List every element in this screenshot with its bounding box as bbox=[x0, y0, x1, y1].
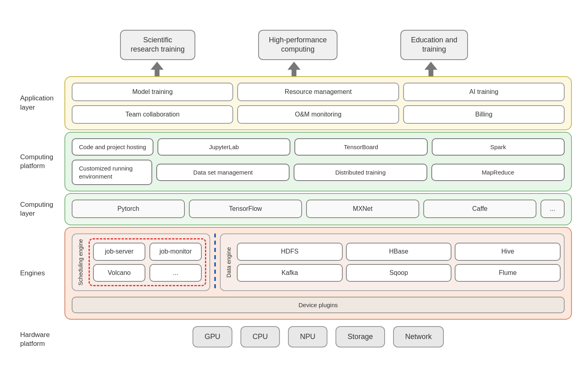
engines-layer-content: Scheduling engine job-server job-monitor… bbox=[64, 227, 572, 320]
hardware-layer: Hardwareplatform GPU CPU NPU Storage Net… bbox=[16, 321, 572, 358]
chip-volcano: Volcano bbox=[93, 264, 145, 282]
arrow-scientific bbox=[149, 62, 165, 76]
usecase-scientific: Scientific research training bbox=[120, 30, 195, 60]
chip-spark: Spark bbox=[432, 138, 565, 156]
hardware-layer-label: Hardwareplatform bbox=[16, 321, 64, 358]
arrows-row bbox=[16, 62, 572, 76]
engines-layer: Engines Scheduling engine job-server job… bbox=[16, 227, 572, 320]
chip-sqoop: Sqoop bbox=[346, 264, 452, 282]
chip-device-plugins: Device plugins bbox=[72, 297, 565, 313]
chip-om-monitoring: O&M monitoring bbox=[237, 105, 399, 124]
chip-jupyterlab: JupyterLab bbox=[157, 138, 290, 156]
chip-team-collaboration: Team collaboration bbox=[72, 105, 233, 124]
engines-inner: Scheduling engine job-server job-monitor… bbox=[72, 233, 565, 291]
chip-billing: Billing bbox=[403, 105, 565, 124]
chip-kafka: Kafka bbox=[237, 264, 343, 282]
data-engine-box: Data engine HDFS HBase Hive Kafka Sqoop … bbox=[220, 233, 565, 291]
chip-caffe: Caffe bbox=[423, 200, 536, 218]
chip-ai-training: AI training bbox=[403, 83, 565, 101]
scheduling-engine-box: Scheduling engine job-server job-monitor… bbox=[72, 233, 210, 291]
application-row1: Model training Resource management AI tr… bbox=[72, 83, 565, 101]
computing-layer-content: Pytorch TensorFlow MXNet Caffe ... bbox=[64, 193, 572, 225]
chip-model-training: Model training bbox=[72, 83, 233, 101]
computing-platform-layer: Computingplatform Code and project hosti… bbox=[16, 132, 572, 192]
computing-platform-content: Code and project hosting JupyterLab Tens… bbox=[64, 132, 572, 192]
scheduling-engine-label: Scheduling engine bbox=[76, 237, 85, 287]
arrow-education bbox=[423, 62, 439, 76]
data-chips: HDFS HBase Hive Kafka Sqoop Flume bbox=[237, 243, 561, 282]
svg-marker-1 bbox=[288, 62, 300, 76]
cp-row1: Code and project hosting JupyterLab Tens… bbox=[72, 138, 565, 156]
computing-platform-label: Computingplatform bbox=[16, 132, 64, 192]
chip-distributed-training: Distributed training bbox=[294, 164, 427, 181]
engines-layer-label: Engines bbox=[16, 227, 64, 320]
usecase-hpc: High-performance computing bbox=[258, 30, 337, 60]
scheduling-row1: job-server job-monitor bbox=[93, 243, 202, 261]
hardware-layer-content: GPU CPU NPU Storage Network bbox=[64, 321, 572, 358]
chip-dataset-management: Data set management bbox=[156, 164, 290, 181]
chip-job-server: job-server bbox=[93, 243, 145, 261]
red-dashed-box: job-server job-monitor Volcano ... bbox=[89, 238, 206, 287]
chip-gpu: GPU bbox=[193, 326, 232, 347]
application-layer-content: Model training Resource management AI tr… bbox=[64, 76, 572, 130]
blue-dashed-divider bbox=[214, 233, 216, 291]
application-layer: Application layer Model training Resourc… bbox=[16, 76, 572, 130]
usecase-education: Education and training bbox=[400, 30, 468, 60]
chip-pytorch: Pytorch bbox=[72, 200, 185, 218]
chip-hdfs: HDFS bbox=[237, 243, 343, 261]
chip-hbase: HBase bbox=[346, 243, 452, 261]
data-row1: HDFS HBase Hive bbox=[237, 243, 561, 261]
scheduling-row2: Volcano ... bbox=[93, 264, 202, 282]
chip-tensorboard: TensorBoard bbox=[294, 138, 427, 156]
chip-npu: NPU bbox=[288, 326, 327, 347]
svg-marker-2 bbox=[424, 62, 437, 76]
device-plugins-row: Device plugins bbox=[72, 297, 565, 313]
chip-storage: Storage bbox=[335, 326, 385, 347]
chip-code-hosting: Code and project hosting bbox=[72, 138, 153, 156]
chip-flume: Flume bbox=[455, 264, 561, 282]
application-layer-label: Application layer bbox=[16, 76, 64, 130]
computing-row: Pytorch TensorFlow MXNet Caffe ... bbox=[72, 200, 565, 218]
chip-job-monitor: job-monitor bbox=[149, 243, 202, 261]
svg-marker-0 bbox=[151, 62, 164, 76]
chip-hive: Hive bbox=[455, 243, 561, 261]
diagram-container: Scientific research training High-perfor… bbox=[16, 22, 572, 368]
chip-network: Network bbox=[393, 326, 444, 347]
chip-mapreduce: MapReduce bbox=[431, 164, 565, 181]
chip-computing-more: ... bbox=[540, 200, 565, 218]
computing-layer: Computinglayer Pytorch TensorFlow MXNet … bbox=[16, 193, 572, 225]
data-row2: Kafka Sqoop Flume bbox=[237, 264, 561, 282]
cp-row2: Customized runningenvironment Data set m… bbox=[72, 160, 565, 185]
data-engine-label: Data engine bbox=[224, 245, 234, 279]
application-row2: Team collaboration O&M monitoring Billin… bbox=[72, 105, 565, 124]
usecases-row: Scientific research training High-perfor… bbox=[16, 30, 572, 60]
chip-resource-management: Resource management bbox=[237, 83, 399, 101]
chip-tensorflow: TensorFlow bbox=[189, 200, 302, 218]
chip-scheduling-more: ... bbox=[149, 264, 202, 282]
chip-mxnet: MXNet bbox=[306, 200, 419, 218]
hardware-row: GPU CPU NPU Storage Network bbox=[64, 326, 572, 347]
chip-cpu: CPU bbox=[240, 326, 280, 347]
computing-layer-label: Computinglayer bbox=[16, 193, 64, 225]
arrow-hpc bbox=[286, 62, 302, 76]
chip-customized-env: Customized runningenvironment bbox=[72, 160, 152, 185]
